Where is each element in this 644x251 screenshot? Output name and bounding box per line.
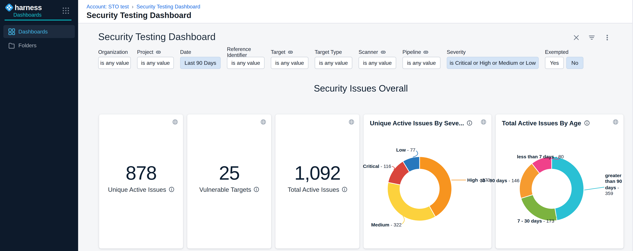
globe-icon [172,119,178,125]
stat-card-vulnerable-targets: 25Vulnerable Targets [187,114,271,249]
filter-scanner: Scanneris any value [358,49,396,69]
logo-subtitle: Dashboards [13,12,42,18]
topbar: Account: STO test › Security Testing Das… [78,0,632,23]
dashboards-grid-icon [8,28,15,35]
stat-label: Unique Active Issues [99,186,183,193]
filter-label: Exempted [545,49,584,55]
breadcrumb-account-link[interactable]: Account: STO test [86,3,129,9]
logo-text: harness [15,3,42,12]
filter-option-no[interactable]: No [566,57,584,69]
donut-label-greater-than-90-days: greater than 90 days - 359 [605,172,622,197]
filter-toggle-group: YesNo [545,57,584,69]
filter-date: DateLast 90 Days [180,49,221,69]
breadcrumb-separator: › [132,3,134,9]
chart-card-unique-active-issues-by-seve: Unique Active Issues By Seve...High - 37… [364,114,492,249]
filter-icon[interactable] [588,34,595,41]
sidebar-item-label: Folders [18,42,36,48]
stat-card-total-active-issues: 1,092Total Active Issues [275,114,359,249]
filter-label-text: Severity [447,49,466,55]
breadcrumb-page-link[interactable]: Security Testing Dashboard [136,3,200,9]
stat-label: Vulnerable Targets [187,186,271,193]
cards-row: 878Unique Active Issues25Vulnerable Targ… [99,114,624,249]
link-icon [380,50,386,55]
apps-grid-icon[interactable] [62,7,69,14]
sidebar-divider [4,20,71,20]
donut-label-critical: Critical - 116 [363,163,391,169]
info-icon[interactable] [169,187,174,192]
stat-label-text: Unique Active Issues [108,186,166,193]
info-icon[interactable] [342,187,347,192]
page-title: Security Testing Dashboard [86,11,192,20]
filter-option-yes[interactable]: Yes [545,57,564,69]
stat-value: 878 [99,162,183,184]
filter-label: Date [180,49,221,55]
sidebar-nav: DashboardsFolders [0,24,78,53]
donut-label-30-90-days: 30 - 90 days - 146 [480,178,520,184]
filter-label-text: Target [271,49,285,55]
section-heading: Security Issues Overall [99,83,622,94]
filter-value-button[interactable]: is any value [98,57,131,69]
filter-project: Projectis any value [137,49,174,69]
donut-segment-medium[interactable] [388,182,436,221]
donut-label-less-than-7-days: less than 7 days - 80 [517,154,564,160]
stat-card-unique-active-issues: 878Unique Active Issues [99,114,183,249]
filter-label: Target [271,49,308,55]
donut-segment-7-30-days[interactable] [521,195,557,221]
app-root: harness Dashboards DashboardsFolders Acc… [0,0,644,251]
donut-label-7-30-days: 7 - 30 days - 173 [518,218,554,224]
filter-label: Severity [447,49,539,55]
filter-label-text: Reference Identifier [227,46,264,58]
filter-value-button[interactable]: is any value [402,57,440,69]
filter-label-text: Exempted [545,49,568,55]
filter-label: Target Type [315,49,352,55]
harness-logo[interactable]: harness [4,3,42,12]
globe-icon [260,119,266,125]
stat-value: 1,092 [275,162,359,184]
link-icon [424,50,428,55]
sidebar-item-dashboards[interactable]: Dashboards [3,25,75,38]
filter-label: Scanner [358,49,396,55]
filter-bar: Organizationis any valueProjectis any va… [98,49,583,69]
filter-label-text: Pipeline [402,49,421,55]
filter-label-text: Project [137,49,153,55]
donut-label-medium: Medium - 322 [371,222,402,228]
filter-label: Organization [98,49,131,55]
filter-value-button[interactable]: is any value [137,57,174,69]
filter-label-text: Scanner [358,49,378,55]
filter-label-text: Organization [98,49,128,55]
donut-segment-greater-than-90-days[interactable] [552,157,584,221]
filter-pipeline: Pipelineis any value [402,49,440,69]
filter-value-button[interactable]: Last 90 Days [180,57,221,69]
filter-severity: Severityis Critical or High or Medium or… [447,49,539,69]
filter-value-button[interactable]: is any value [315,57,352,69]
donut-label-low: Low - 77 [396,147,416,153]
sidebar: harness Dashboards DashboardsFolders [0,0,78,251]
close-icon[interactable] [573,34,580,41]
filter-target: Targetis any value [271,49,308,69]
label-connector [584,187,604,190]
filter-value-button[interactable]: is any value [271,57,308,69]
filter-value-button[interactable]: is any value [358,57,396,69]
filter-label-text: Target Type [315,49,342,55]
filter-organization: Organizationis any value [98,49,131,69]
info-icon[interactable] [254,187,259,192]
dashboard-title: Security Testing Dashboard [98,31,216,42]
globe-icon [348,119,354,125]
link-icon [156,50,161,55]
filter-reference-identifier: Reference Identifieris any value [227,49,264,69]
breadcrumb: Account: STO test › Security Testing Das… [86,3,200,9]
stat-label-text: Total Active Issues [288,186,339,193]
filter-label: Project [137,49,174,55]
stat-label-text: Vulnerable Targets [199,186,251,193]
filter-value-button[interactable]: is Critical or High or Medium or Low [447,57,539,69]
dashboard-actions [573,34,610,41]
sidebar-item-folders[interactable]: Folders [3,39,75,52]
filter-exempted: ExemptedYesNo [545,49,584,69]
scrollbar-track[interactable] [632,0,644,251]
filter-value-button[interactable]: is any value [227,57,264,69]
link-icon [288,50,293,55]
filter-label: Pipeline [402,49,440,55]
chart-card-total-active-issues-by-age: Total Active Issues By Agegreater than 9… [496,114,624,249]
kebab-menu-icon[interactable] [604,34,611,41]
label-connector [392,166,395,170]
